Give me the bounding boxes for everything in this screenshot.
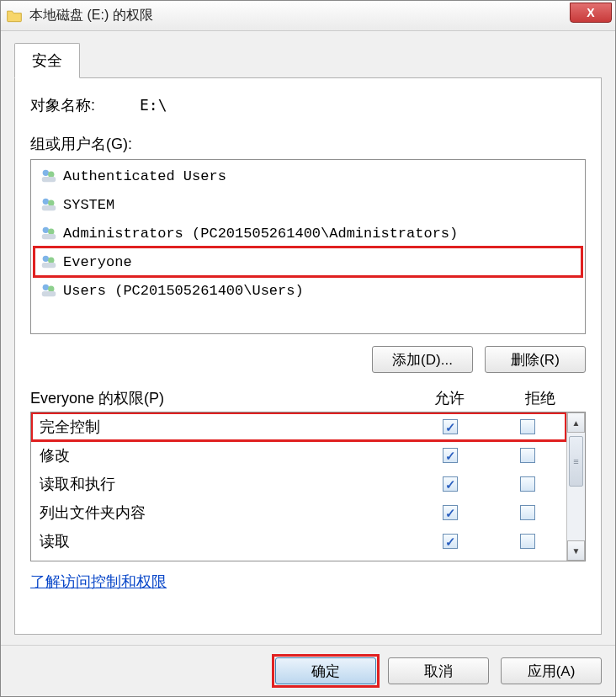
- svg-point-12: [43, 285, 49, 290]
- scroll-down-button[interactable]: ▼: [567, 540, 585, 561]
- object-name-label: 对象名称:: [30, 97, 95, 114]
- scroll-track[interactable]: [567, 433, 585, 540]
- users-group-icon: [40, 281, 58, 300]
- svg-point-1: [48, 172, 54, 178]
- svg-point-4: [48, 200, 54, 206]
- remove-button[interactable]: 删除(R): [485, 346, 586, 373]
- list-item-everyone[interactable]: Everyone: [35, 247, 581, 276]
- deny-column-header: 拒绝: [495, 388, 586, 408]
- allow-checkbox[interactable]: [443, 419, 458, 434]
- add-button[interactable]: 添加(D)...: [372, 346, 473, 373]
- close-icon: X: [587, 6, 594, 19]
- deny-checkbox[interactable]: [520, 448, 535, 463]
- list-item[interactable]: Users (PC201505261400\Users): [35, 276, 581, 305]
- apply-button[interactable]: 应用(A): [501, 657, 602, 684]
- permissions-dialog: 本地磁盘 (E:) 的权限 X 安全 对象名称: E:\ 组或用户名(G): A…: [0, 0, 616, 697]
- deny-checkbox[interactable]: [520, 476, 535, 492]
- allow-checkbox[interactable]: [443, 476, 458, 492]
- svg-rect-2: [42, 177, 56, 182]
- list-item[interactable]: Administrators (PC201505261400\Administr…: [35, 219, 581, 247]
- svg-rect-14: [42, 291, 56, 296]
- users-group-icon: [40, 253, 58, 271]
- deny-checkbox[interactable]: [520, 534, 535, 549]
- permission-name: 读取: [40, 531, 412, 551]
- tabpane-security: 对象名称: E:\ 组或用户名(G): Authenticated Users …: [14, 77, 602, 635]
- svg-rect-8: [42, 234, 56, 239]
- svg-point-9: [43, 256, 49, 262]
- window-title: 本地磁盘 (E:) 的权限: [29, 7, 153, 24]
- permission-row: 列出文件夹内容: [31, 498, 566, 527]
- users-listbox[interactable]: Authenticated Users SYSTEM Administrator…: [30, 159, 586, 334]
- object-name-row: 对象名称: E:\: [30, 95, 586, 115]
- list-item[interactable]: SYSTEM: [35, 190, 581, 219]
- list-item[interactable]: Authenticated Users: [35, 162, 581, 190]
- permissions-header: Everyone 的权限(P) 允许 拒绝: [30, 388, 586, 408]
- permission-name: 列出文件夹内容: [40, 503, 412, 523]
- user-name: Users (PC201505261400\Users): [63, 283, 304, 299]
- user-name: Authenticated Users: [63, 168, 226, 184]
- dialog-footer: 确定 取消 应用(A): [1, 645, 615, 696]
- ok-button[interactable]: 确定: [275, 657, 376, 684]
- allow-checkbox[interactable]: [443, 505, 458, 520]
- svg-point-10: [48, 258, 54, 263]
- allow-column-header: 允许: [404, 388, 495, 408]
- permissions-for-label: Everyone 的权限(P): [30, 388, 404, 408]
- close-button[interactable]: X: [570, 3, 612, 23]
- user-name: SYSTEM: [63, 197, 114, 213]
- user-name: Administrators (PC201505261400\Administr…: [63, 226, 458, 242]
- svg-point-6: [43, 227, 49, 233]
- users-group-icon: [40, 167, 58, 185]
- tab-security[interactable]: 安全: [14, 43, 80, 78]
- allow-checkbox[interactable]: [443, 534, 458, 549]
- folder-icon: [6, 8, 23, 24]
- svg-point-7: [48, 229, 54, 235]
- svg-point-13: [48, 286, 54, 292]
- object-name-value: E:\: [140, 96, 167, 114]
- user-name: Everyone: [63, 254, 132, 270]
- svg-rect-5: [42, 205, 56, 210]
- tabstrip: 安全: [14, 43, 602, 78]
- scroll-thumb[interactable]: [569, 436, 583, 487]
- deny-checkbox[interactable]: [520, 419, 535, 434]
- learn-access-control-link[interactable]: 了解访问控制和权限: [30, 572, 167, 592]
- permission-row-full-control: 完全控制: [31, 412, 566, 441]
- allow-checkbox[interactable]: [443, 448, 458, 463]
- permission-row: 读取和执行: [31, 470, 566, 498]
- permission-row: 读取: [31, 527, 566, 556]
- permissions-table: 完全控制 修改 读取和执行 列出文件夹内: [30, 412, 586, 561]
- dialog-content: 安全 对象名称: E:\ 组或用户名(G): Authenticated Use…: [1, 31, 615, 645]
- users-group-icon: [40, 195, 58, 214]
- groups-users-label: 组或用户名(G):: [30, 134, 586, 154]
- permission-name: 修改: [40, 445, 412, 466]
- svg-point-0: [43, 170, 49, 176]
- svg-rect-11: [42, 263, 56, 268]
- permission-row: 修改: [31, 441, 566, 470]
- users-group-icon: [40, 224, 58, 242]
- deny-checkbox[interactable]: [520, 505, 535, 520]
- cancel-button[interactable]: 取消: [388, 657, 489, 684]
- svg-point-3: [43, 199, 49, 205]
- permissions-scrollbar[interactable]: ▲ ▼: [566, 412, 585, 561]
- permission-name: 完全控制: [40, 417, 412, 437]
- user-button-row: 添加(D)... 删除(R): [30, 346, 586, 373]
- permission-name: 读取和执行: [40, 474, 412, 494]
- titlebar: 本地磁盘 (E:) 的权限 X: [1, 1, 615, 31]
- permissions-list: 完全控制 修改 读取和执行 列出文件夹内: [31, 412, 566, 561]
- scroll-up-button[interactable]: ▲: [567, 412, 585, 433]
